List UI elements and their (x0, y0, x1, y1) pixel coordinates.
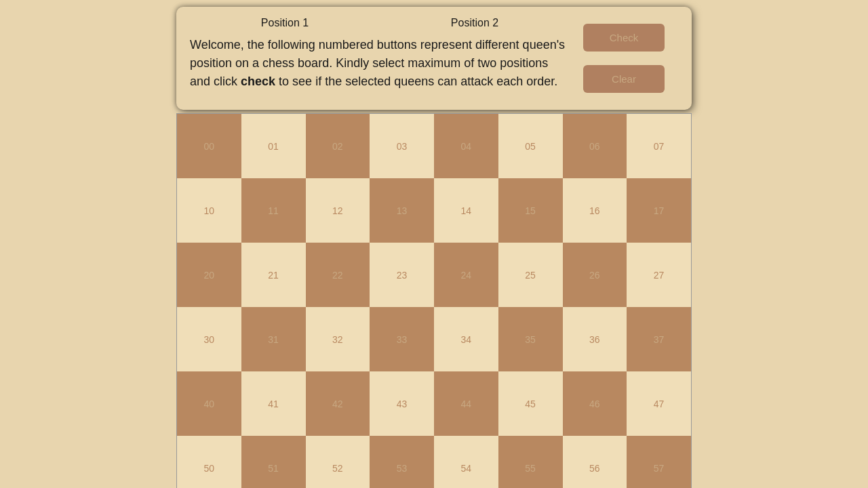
cell-06[interactable]: 06 (563, 114, 627, 178)
cell-56[interactable]: 56 (563, 436, 627, 488)
cell-16[interactable]: 16 (563, 178, 627, 243)
cell-02[interactable]: 02 (306, 114, 370, 178)
cell-23[interactable]: 23 (370, 243, 434, 307)
cell-11[interactable]: 11 (241, 178, 306, 243)
cell-00[interactable]: 00 (177, 114, 241, 178)
cell-24[interactable]: 24 (434, 243, 498, 307)
cell-45[interactable]: 45 (498, 371, 563, 436)
info-left: Position 1 Position 2 Welcome, the follo… (190, 17, 570, 100)
cell-34[interactable]: 34 (434, 307, 498, 371)
cell-13[interactable]: 13 (370, 178, 434, 243)
cell-53[interactable]: 53 (370, 436, 434, 488)
cell-41[interactable]: 41 (241, 371, 306, 436)
cell-50[interactable]: 50 (177, 436, 241, 488)
cell-32[interactable]: 32 (306, 307, 370, 371)
cell-40[interactable]: 40 (177, 371, 241, 436)
cell-51[interactable]: 51 (241, 436, 306, 488)
cell-14[interactable]: 14 (434, 178, 498, 243)
description-text: Welcome, the following numbered buttons … (190, 36, 570, 91)
cell-47[interactable]: 47 (627, 371, 691, 436)
desc-end: to see if the selected queens can attack… (275, 75, 557, 88)
cell-35[interactable]: 35 (498, 307, 563, 371)
cell-33[interactable]: 33 (370, 307, 434, 371)
cell-30[interactable]: 30 (177, 307, 241, 371)
main-container: Position 1 Position 2 Welcome, the follo… (176, 7, 692, 488)
cell-54[interactable]: 54 (434, 436, 498, 488)
cell-10[interactable]: 10 (177, 178, 241, 243)
cell-27[interactable]: 27 (627, 243, 691, 307)
cell-12[interactable]: 12 (306, 178, 370, 243)
cell-44[interactable]: 44 (434, 371, 498, 436)
cell-22[interactable]: 22 (306, 243, 370, 307)
info-right: Check Clear (570, 17, 678, 100)
chess-board: 0001020304050607101112131415161720212223… (176, 113, 692, 488)
cell-31[interactable]: 31 (241, 307, 306, 371)
clear-button[interactable]: Clear (583, 65, 665, 93)
cell-17[interactable]: 17 (627, 178, 691, 243)
cell-15[interactable]: 15 (498, 178, 563, 243)
cell-05[interactable]: 05 (498, 114, 563, 178)
cell-37[interactable]: 37 (627, 307, 691, 371)
cell-25[interactable]: 25 (498, 243, 563, 307)
cell-43[interactable]: 43 (370, 371, 434, 436)
cell-04[interactable]: 04 (434, 114, 498, 178)
cell-36[interactable]: 36 (563, 307, 627, 371)
cell-42[interactable]: 42 (306, 371, 370, 436)
position2-label: Position 2 (451, 17, 498, 29)
cell-20[interactable]: 20 (177, 243, 241, 307)
cell-55[interactable]: 55 (498, 436, 563, 488)
cell-46[interactable]: 46 (563, 371, 627, 436)
cell-03[interactable]: 03 (370, 114, 434, 178)
cell-52[interactable]: 52 (306, 436, 370, 488)
positions-row: Position 1 Position 2 (190, 17, 570, 29)
check-button[interactable]: Check (583, 24, 665, 52)
cell-26[interactable]: 26 (563, 243, 627, 307)
desc-bold: check (241, 75, 275, 88)
cell-21[interactable]: 21 (241, 243, 306, 307)
cell-01[interactable]: 01 (241, 114, 306, 178)
position1-label: Position 1 (261, 17, 309, 29)
cell-07[interactable]: 07 (627, 114, 691, 178)
cell-57[interactable]: 57 (627, 436, 691, 488)
info-panel: Position 1 Position 2 Welcome, the follo… (176, 7, 692, 110)
